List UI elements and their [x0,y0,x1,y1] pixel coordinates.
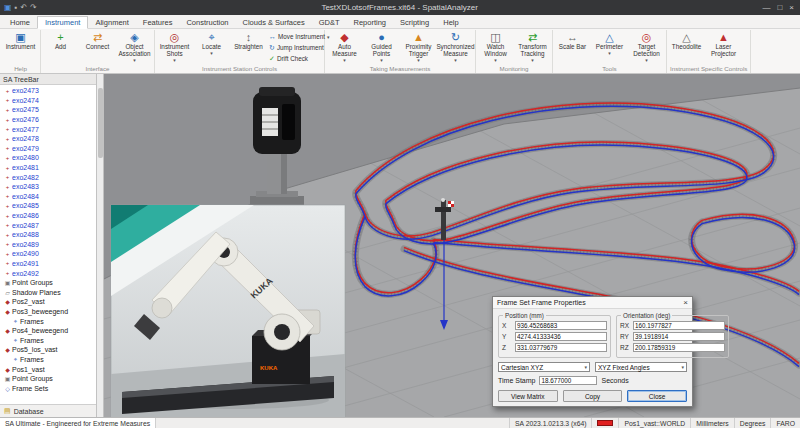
tab-construction[interactable]: Construction [179,17,235,28]
tree-item-frames[interactable]: ⌖Frames [0,355,96,365]
ry-label: RY [620,333,631,340]
close-button[interactable]: × [789,3,794,12]
ribbon-group-label: Instrument Specific Controls [668,64,749,73]
save-icon[interactable]: ▪ [15,4,18,12]
watch-window-button[interactable]: ◫Watch Window▾ [477,30,514,64]
redo-icon[interactable]: ↷ [30,4,37,12]
frame-icon: + [3,174,12,180]
guided-points-button[interactable]: ●Guided Points▾ [363,30,400,64]
tree-item-pos4-beweegend[interactable]: ◆Pos4_beweegend [0,326,96,336]
tab-scripting[interactable]: Scripting [393,17,436,28]
tree-item-exo2486[interactable]: +exo2486 [0,211,96,221]
tree-item-exo2492[interactable]: +exo2492 [0,268,96,278]
tab-reporting[interactable]: Reporting [347,17,394,28]
scrollbar-thumb[interactable] [98,88,103,158]
position-z-field[interactable] [515,343,607,352]
tree-item-exo2475[interactable]: +exo2475 [0,105,96,115]
instrument-shots-button[interactable]: ◎Instrument Shots▾ [156,30,193,64]
tree-item-exo2487[interactable]: +exo2487 [0,220,96,230]
tree-item-pos5-los-vast[interactable]: ◆Pos5_los_vast [0,345,96,355]
laser-projector-button[interactable]: ▲Laser Projector [705,30,742,64]
database-tab[interactable]: ▤ Database [0,404,96,417]
straighten-button[interactable]: ↕Straighten [230,30,267,64]
tab-home[interactable]: Home [3,17,37,28]
connect-button[interactable]: ⇄Connect [79,30,116,64]
theodolite-button[interactable]: △Theodolite [668,30,705,64]
scale-bar-button[interactable]: ↔Scale Bar [554,30,591,64]
tree-item-exo2479[interactable]: +exo2479 [0,144,96,154]
tree-item-frames[interactable]: ⌖Frames [0,335,96,345]
straighten-icon: ↕ [246,31,252,43]
minimize-button[interactable]: — [762,3,770,12]
instrument-shots-label: Instrument Shots [156,43,193,57]
tree-item-pos3-beweegend[interactable]: ◆Pos3_beweegend [0,307,96,317]
tree-item-label: Frames [20,318,44,325]
proximity-trigger-button[interactable]: ▲Proximity Trigger▾ [400,30,437,64]
angle-type-select[interactable]: XYZ Fixed Angles ▾ [595,362,687,372]
copy-button[interactable]: Copy [563,390,623,402]
move-instrument-button[interactable]: ↔Move Instrument▾ [267,31,323,42]
close-button-dialog[interactable]: Close [627,390,687,402]
tree-item-point-groups[interactable]: ▣Point Groups [0,374,96,384]
jump-instrument-button[interactable]: ↻Jump Instrument [267,42,323,53]
tree-item-frames[interactable]: ⌖Frames [0,316,96,326]
tab-help[interactable]: Help [436,17,465,28]
tree-item-exo2483[interactable]: +exo2483 [0,182,96,192]
locate-button[interactable]: ⌖Locate▾ [193,30,230,64]
active-color-swatch[interactable] [597,420,613,426]
tree-item-pos1-vast[interactable]: ◆Pos1_vast [0,364,96,374]
transform-tracking-label: Transform Tracking [514,43,551,57]
position-group-label: Position (mm) [503,312,546,319]
tab-instrument[interactable]: Instrument [37,16,88,29]
instrument-shots-icon: ◎ [170,31,180,43]
tab-features[interactable]: Features [136,17,180,28]
tree-item-exo2482[interactable]: +exo2482 [0,172,96,182]
timestamp-field[interactable] [539,376,597,385]
tree-item-frame-sets[interactable]: ◇Frame Sets [0,383,96,393]
dialog-close-icon[interactable]: × [683,298,688,307]
tree-item-exo2489[interactable]: +exo2489 [0,240,96,250]
tree-item-exo2477[interactable]: +exo2477 [0,124,96,134]
orientation-ry-field[interactable] [633,332,725,341]
tab-gd-t[interactable]: GD&T [312,17,347,28]
sidebar-scrollbar[interactable] [97,74,104,417]
tree-item-exo2476[interactable]: +exo2476 [0,115,96,125]
tree-item-exo2480[interactable]: +exo2480 [0,153,96,163]
tree-item-exo2484[interactable]: +exo2484 [0,192,96,202]
position-y-field[interactable] [515,332,607,341]
tree-item-exo2474[interactable]: +exo2474 [0,96,96,106]
tree-item-exo2488[interactable]: +exo2488 [0,230,96,240]
tree-item-exo2485[interactable]: +exo2485 [0,201,96,211]
frames-icon: ⌖ [11,337,20,344]
viewport-3d[interactable]: KUKA KUKA Frame Set Frame Properties [104,74,800,417]
auto-measure-button[interactable]: ◆Auto Measure▾ [326,30,363,64]
undo-icon[interactable]: ↶ [20,4,27,12]
perimeter-button[interactable]: △Perimeter▾ [591,30,628,64]
transform-tracking-button[interactable]: ⇄Transform Tracking▾ [514,30,551,64]
tree-item-exo2490[interactable]: +exo2490 [0,249,96,259]
tab-alignment[interactable]: Alignment [88,17,135,28]
tree-item-exo2473[interactable]: +exo2473 [0,86,96,96]
object-association-button[interactable]: ◈Object Association▾ [116,30,153,64]
tree-item-point-groups[interactable]: ▣Point Groups [0,278,96,288]
instrument-button[interactable]: ▣Instrument [2,30,39,64]
tree-item-exo2491[interactable]: +exo2491 [0,259,96,269]
view-matrix-button[interactable]: View Matrix [498,390,558,402]
orientation-rz-field[interactable] [633,343,725,352]
database-tab-label: Database [14,408,44,415]
target-detection-button[interactable]: ◎Target Detection▾ [628,30,665,64]
position-x-field[interactable] [515,321,607,330]
viewport-scene[interactable]: KUKA KUKA [104,74,800,417]
tree-item-exo2481[interactable]: +exo2481 [0,163,96,173]
coordinate-type-select[interactable]: Cartesian XYZ ▾ [498,362,590,372]
tab-clouds-surfaces[interactable]: Clouds & Surfaces [236,17,312,28]
tree-item-exo2478[interactable]: +exo2478 [0,134,96,144]
synchronized-measure-button[interactable]: ↻Synchronized Measure▾ [437,30,474,64]
orientation-rx-field[interactable] [633,321,725,330]
maximize-button[interactable]: □ [777,3,782,12]
tree-item-pos2-vast[interactable]: ◆Pos2_vast [0,297,96,307]
tree-item-shadow-planes[interactable]: ▱Shadow Planes [0,287,96,297]
ribbon-group-interface: +Add⇄Connect◈Object Association▾Interfac… [41,30,155,73]
drift-check-button[interactable]: ✓Drift Check [267,53,323,64]
add-button[interactable]: +Add [42,30,79,64]
